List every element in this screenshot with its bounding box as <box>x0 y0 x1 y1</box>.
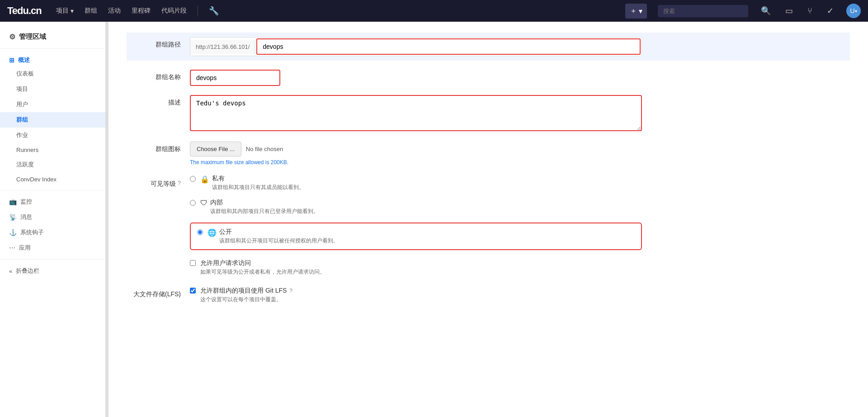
private-title: 私有 <box>212 175 304 183</box>
panel-icon[interactable]: ▭ <box>783 4 795 18</box>
description-textarea[interactable]: Tedu's devops <box>190 95 642 131</box>
nav-activity[interactable]: 活动 <box>108 7 121 15</box>
plus-icon: ＋ <box>630 6 637 16</box>
lfs-desc: 这个设置可以在每个项目中覆盖。 <box>200 296 292 303</box>
group-path-control: http://121.36.66.101/ <box>190 37 642 56</box>
lfs-checkbox[interactable] <box>190 288 196 294</box>
visibility-row: 可见等级 ? 🔒 私有 该群组和其项目只有其成员能以看到。 <box>127 175 850 250</box>
no-file-text: No file chosen <box>246 146 283 152</box>
apps-icon: ⋯ <box>9 244 15 251</box>
allow-request-label-spacer <box>127 259 181 263</box>
sidebar-item-messages[interactable]: 📡 消息 <box>0 209 108 225</box>
visibility-public-radio[interactable] <box>197 229 203 235</box>
sidebar-item-runners[interactable]: Runners <box>0 143 108 157</box>
file-size-hint: The maximum file size allowed is 200KB. <box>190 159 642 166</box>
search-input[interactable] <box>658 5 748 17</box>
group-path-input-row: http://121.36.66.101/ <box>190 37 642 56</box>
sidebar-divider-1 <box>0 190 108 190</box>
page-layout: ⚙ 管理区域 ⊞ 概述 仪表板 项目 用户 群组 作业 Runners 活跃度 … <box>0 22 868 417</box>
chevron-down-icon: ▾ <box>855 9 857 14</box>
visibility-label: 可见等级 ? <box>127 175 181 188</box>
allow-request-desc: 如果可见等级为公开或者私有，允许用户请求访问。 <box>200 268 325 276</box>
visibility-public-option: 🌐 公开 该群组和其公开项目可以被任何授权的用户看到。 <box>190 223 642 250</box>
sidebar-item-monitoring[interactable]: 📺 监控 <box>0 194 108 209</box>
internal-title: 内部 <box>210 199 319 207</box>
private-desc: 该群组和其项目只有其成员能以看到。 <box>212 184 304 191</box>
icon-row: 群组图标 Choose File ... No file chosen The … <box>127 142 850 166</box>
sidebar-collapse-button[interactable]: « 折叠边栏 <box>0 263 108 279</box>
visibility-internal-option: 🛡 内部 该群组和其内部项目只有已登录用户能看到。 <box>190 199 642 215</box>
group-name-row: 群组名称 <box>127 70 850 86</box>
user-avatar[interactable]: U ▾ <box>846 4 861 18</box>
description-label: 描述 <box>127 95 181 107</box>
description-row: 描述 Tedu's devops <box>127 95 850 133</box>
search-icon[interactable]: 🔍 <box>759 4 773 18</box>
shield-icon: 🛡 <box>200 199 208 207</box>
chevron-down-icon: ▾ <box>639 7 642 15</box>
sidebar-item-groups[interactable]: 群组 <box>0 112 108 128</box>
sidebar-item-users[interactable]: 用户 <box>0 97 108 112</box>
brand-logo[interactable]: Tedu.cn <box>7 5 42 17</box>
gear-icon: ⚙ <box>9 33 15 41</box>
sidebar-item-dashboard[interactable]: 仪表板 <box>0 66 108 81</box>
sidebar-scrollbar[interactable] <box>105 22 108 417</box>
lfs-help-icon[interactable]: ? <box>289 288 292 294</box>
group-path-label: 群组路径 <box>127 37 181 49</box>
group-path-row: 群组路径 http://121.36.66.101/ <box>127 33 850 61</box>
visibility-internal-radio[interactable] <box>190 200 196 206</box>
sidebar-section-overview: ⊞ 概述 <box>0 52 108 66</box>
create-new-button[interactable]: ＋ ▾ <box>625 4 647 19</box>
nav-milestones[interactable]: 里程碑 <box>132 7 151 15</box>
collapse-icon: « <box>9 268 12 275</box>
nav-divider <box>198 5 198 16</box>
file-input-wrapper: Choose File ... No file chosen <box>190 142 642 156</box>
visibility-help-icon[interactable]: ? <box>178 180 181 186</box>
sidebar: ⚙ 管理区域 ⊞ 概述 仪表板 项目 用户 群组 作业 Runners 活跃度 … <box>0 22 108 417</box>
sidebar-item-jobs[interactable]: 作业 <box>0 128 108 143</box>
main-content: 群组路径 http://121.36.66.101/ 群组名称 描述 <box>108 22 868 417</box>
group-name-label: 群组名称 <box>127 70 181 81</box>
visibility-control: 🔒 私有 该群组和其项目只有其成员能以看到。 🛡 <box>190 175 642 250</box>
group-name-control <box>190 70 642 86</box>
nav-groups[interactable]: 群组 <box>85 7 97 15</box>
sidebar-item-apps[interactable]: ⋯ 应用 <box>0 240 108 256</box>
sidebar-item-activity[interactable]: 活跃度 <box>0 157 108 172</box>
sidebar-header: ⚙ 管理区域 <box>0 29 108 49</box>
chevron-down-icon: ▾ <box>71 7 74 14</box>
settings-wrench-icon[interactable]: 🔧 <box>209 6 219 16</box>
lfs-title: 允许群组内的项目使用 Git LFS <box>200 287 287 295</box>
hook-icon: ⚓ <box>9 229 17 236</box>
lfs-row: 大文件存储(LFS) 允许群组内的项目使用 Git LFS ? 这个设置可以在每… <box>127 287 850 305</box>
grid-icon: ⊞ <box>9 57 14 64</box>
visibility-radio-group: 🔒 私有 该群组和其项目只有其成员能以看到。 🛡 <box>190 175 642 250</box>
group-path-prefix: http://121.36.66.101/ <box>190 40 255 54</box>
monitor-icon: 📺 <box>9 198 17 205</box>
choose-file-button[interactable]: Choose File ... <box>190 142 241 156</box>
description-control: Tedu's devops <box>190 95 642 133</box>
allow-request-title: 允许用户请求访问 <box>200 259 325 267</box>
visibility-private-radio[interactable] <box>190 176 196 182</box>
globe-icon: 🌐 <box>208 228 217 237</box>
sidebar-item-convdev[interactable]: ConvDev Index <box>0 172 108 186</box>
fork-icon[interactable]: ⑂ <box>806 5 814 18</box>
allow-request-checkbox[interactable] <box>190 260 196 266</box>
group-name-input[interactable] <box>190 70 280 86</box>
sidebar-divider-2 <box>0 259 108 260</box>
group-path-input[interactable] <box>256 38 641 55</box>
lfs-label: 大文件存储(LFS) <box>127 287 181 299</box>
allow-request-row: 允许用户请求访问 如果可见等级为公开或者私有，允许用户请求访问。 <box>127 259 850 278</box>
top-navbar: Tedu.cn 项目 ▾ 群组 活动 里程碑 代码片段 🔧 ＋ ▾ 🔍 ▭ ⑂ … <box>0 0 868 22</box>
icon-label: 群组图标 <box>127 142 181 153</box>
public-title: 公开 <box>219 228 339 236</box>
sidebar-item-system-hooks[interactable]: ⚓ 系统钩子 <box>0 225 108 240</box>
lfs-checkbox-row: 允许群组内的项目使用 Git LFS ? 这个设置可以在每个项目中覆盖。 <box>190 287 642 303</box>
visibility-private-option: 🔒 私有 该群组和其项目只有其成员能以看到。 <box>190 175 642 191</box>
icon-control: Choose File ... No file chosen The maxim… <box>190 142 642 166</box>
sidebar-item-projects[interactable]: 项目 <box>0 81 108 97</box>
public-desc: 该群组和其公开项目可以被任何授权的用户看到。 <box>219 237 339 245</box>
allow-request-control: 允许用户请求访问 如果可见等级为公开或者私有，允许用户请求访问。 <box>190 259 642 278</box>
nav-snippets[interactable]: 代码片段 <box>161 7 187 15</box>
merge-icon[interactable]: ✓ <box>825 4 835 18</box>
allow-request-checkbox-row: 允许用户请求访问 如果可见等级为公开或者私有，允许用户请求访问。 <box>190 259 642 276</box>
nav-projects[interactable]: 项目 ▾ <box>56 7 74 15</box>
